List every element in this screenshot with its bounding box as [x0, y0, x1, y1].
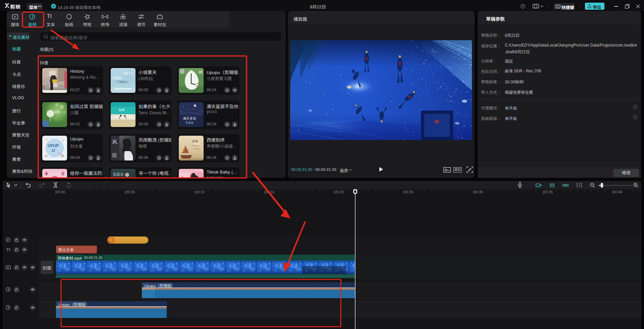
svg-text:|00:05: |00:05 — [125, 190, 135, 194]
svg-text:|00:15: |00:15 — [264, 190, 274, 194]
svg-text:|00:35: |00:35 — [543, 190, 553, 194]
svg-text:|00:20: |00:20 — [334, 190, 344, 194]
svg-text:|00:10: |00:10 — [195, 190, 205, 194]
svg-text:|00:40: |00:40 — [612, 190, 622, 194]
svg-text:|00:00: |00:00 — [55, 190, 65, 194]
svg-text:|00:25: |00:25 — [403, 190, 413, 194]
svg-text:|00:30: |00:30 — [473, 190, 483, 194]
